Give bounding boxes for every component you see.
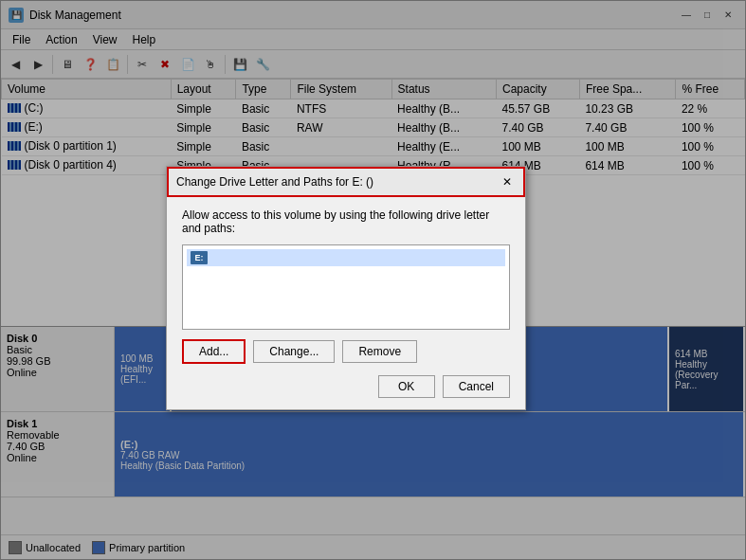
cancel-button[interactable]: Cancel — [443, 375, 510, 398]
remove-button[interactable]: Remove — [342, 340, 417, 363]
dialog-title: Change Drive Letter and Paths for E: () — [176, 175, 373, 189]
dialog-action-buttons: Add... Change... Remove — [182, 339, 510, 364]
dialog-body: Allow access to this volume by using the… — [167, 197, 525, 409]
modal-overlay: Change Drive Letter and Paths for E: () … — [0, 0, 746, 560]
change-button[interactable]: Change... — [253, 340, 335, 363]
dialog-close-button[interactable]: ✕ — [499, 173, 516, 190]
dialog-listbox[interactable]: E: — [182, 244, 510, 330]
dialog-title-bar: Change Drive Letter and Paths for E: () … — [167, 167, 525, 197]
listbox-e-item[interactable]: E: — [187, 249, 505, 266]
dialog-ok-cancel-buttons: OK Cancel — [182, 375, 510, 398]
change-drive-dialog: Change Drive Letter and Paths for E: () … — [166, 166, 526, 410]
ok-button[interactable]: OK — [378, 375, 435, 398]
add-button[interactable]: Add... — [182, 339, 246, 364]
drive-icon: E: — [191, 251, 208, 264]
dialog-description: Allow access to this volume by using the… — [182, 208, 510, 235]
